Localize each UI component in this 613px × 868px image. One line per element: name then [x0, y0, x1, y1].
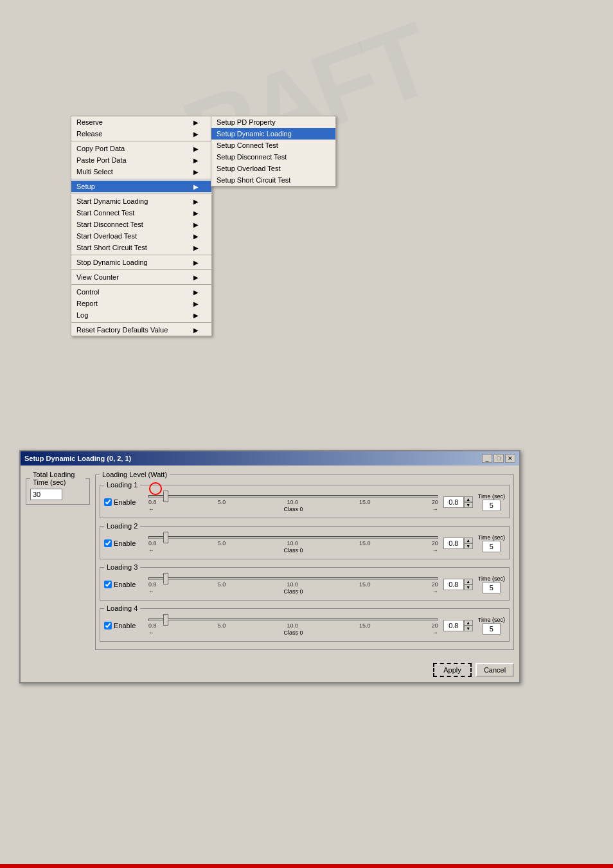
loading-2-time-input[interactable] — [483, 541, 501, 552]
loading-4-fieldset: Loading 4Enable0.85.010.015.020←Class 0→… — [100, 604, 510, 642]
loading-1-value-input[interactable] — [443, 496, 464, 508]
menu-item-start-short-circuit-test[interactable]: Start Short Circuit Test▶ — [71, 242, 211, 253]
loading-1-spinbox: ▲▼ — [443, 496, 473, 508]
loading-4-spinbox: ▲▼ — [443, 620, 473, 631]
slider-track — [148, 615, 438, 622]
loading-2-legend: Loading 2 — [104, 522, 140, 530]
total-time-input[interactable] — [30, 489, 62, 500]
menu-item-release[interactable]: Release▶ — [71, 128, 211, 140]
dialog-title: Setup Dynamic Loading (0, 2, 1) — [24, 455, 131, 462]
menu-item-report[interactable]: Report▶ — [71, 298, 211, 309]
left-arrow-icon: ← — [148, 506, 154, 512]
loading-2-enable-checkbox[interactable] — [104, 539, 112, 547]
loading-4-row: Enable0.85.010.015.020←Class 0→▲▼Time (s… — [104, 615, 505, 636]
right-arrow-icon: → — [432, 506, 438, 512]
arrow-icon: ▶ — [193, 157, 199, 164]
loading-1-row: Enable0.85.010.015.020←Class 0→▲▼Time (s… — [104, 491, 505, 512]
menu-item-paste-port-data[interactable]: Paste Port Data▶ — [71, 154, 211, 166]
menu-item-stop-dynamic-loading[interactable]: Stop Dynamic Loading▶ — [71, 257, 211, 268]
arrow-icon: ▶ — [193, 198, 199, 205]
menu-separator — [71, 179, 211, 179]
maximize-button[interactable]: □ — [493, 454, 504, 463]
arrow-icon: ▶ — [193, 183, 199, 190]
slider-track — [148, 532, 438, 540]
menu-item-control[interactable]: Control▶ — [71, 286, 211, 298]
minimize-button[interactable]: _ — [482, 454, 492, 463]
menu-item-start-overload-test[interactable]: Start Overload Test▶ — [71, 230, 211, 242]
submenu-item-setup-short-circuit-test[interactable]: Setup Short Circuit Test — [211, 174, 335, 186]
submenu-item-setup-overload-test[interactable]: Setup Overload Test — [211, 163, 335, 174]
arrow-icon: ▶ — [193, 233, 199, 240]
loading-3-slider[interactable] — [148, 577, 438, 580]
loading-4-slider[interactable] — [148, 619, 438, 621]
menu-item-start-disconnect-test[interactable]: Start Disconnect Test▶ — [71, 219, 211, 230]
menu-item-copy-port-data[interactable]: Copy Port Data▶ — [71, 143, 211, 154]
spin-up-button-2[interactable]: ▲ — [464, 538, 473, 543]
right-panel: Loading Level (Watt) Loading 1Enable0.85… — [95, 471, 514, 655]
loading-1-time-input[interactable] — [483, 500, 501, 511]
arrow-icon: ▶ — [193, 327, 199, 334]
apply-button[interactable]: Apply — [433, 663, 472, 677]
submenu-item-setup-disconnect-test[interactable]: Setup Disconnect Test — [211, 151, 335, 163]
spin-up-button-3[interactable]: ▲ — [464, 579, 473, 584]
loading-1-slider[interactable] — [148, 495, 438, 498]
menu-item-multi-select[interactable]: Multi Select▶ — [71, 166, 211, 177]
arrow-icon: ▶ — [193, 244, 199, 251]
arrow-icon: ▶ — [193, 131, 199, 138]
loading-4-enable-checkbox[interactable] — [104, 622, 112, 629]
loading-3-row: Enable0.85.010.015.020←Class 0→▲▼Time (s… — [104, 574, 505, 595]
slider-track — [148, 491, 438, 499]
menu-separator — [71, 255, 211, 255]
loading-1-legend: Loading 1 — [104, 481, 140, 489]
loading-1-enable-label: Enable — [104, 498, 146, 506]
spin-up-button-4[interactable]: ▲ — [464, 620, 473, 626]
submenu-item-setup-dynamic-loading[interactable]: Setup Dynamic Loading — [211, 128, 335, 140]
arrow-icon: ▶ — [193, 119, 199, 126]
loading-2-fieldset: Loading 2Enable0.85.010.015.020←Class 0→… — [100, 522, 510, 559]
menu-item-start-dynamic-loading[interactable]: Start Dynamic Loading▶ — [71, 195, 211, 207]
dialog-footer: Apply Cancel — [21, 660, 519, 682]
menu-item-setup[interactable]: Setup▶ — [71, 181, 211, 192]
menu-separator — [71, 194, 211, 194]
spin-down-button-1[interactable]: ▼ — [464, 502, 473, 508]
spin-down-button-4[interactable]: ▼ — [464, 626, 473, 631]
loading-3-legend: Loading 3 — [104, 563, 140, 571]
loading-level-fieldset: Loading Level (Watt) Loading 1Enable0.85… — [95, 471, 514, 650]
loading-2-slider[interactable] — [148, 536, 438, 539]
cancel-button[interactable]: Cancel — [475, 663, 514, 677]
loading-3-value-input[interactable] — [443, 579, 464, 590]
close-button[interactable]: ✕ — [505, 454, 515, 463]
loading-1-time-section: Time (sec) — [478, 493, 505, 511]
loading-4-legend: Loading 4 — [104, 604, 140, 612]
slider-track — [148, 574, 438, 581]
dialog-controls: _ □ ✕ — [482, 454, 515, 463]
menu-item-view-counter[interactable]: View Counter▶ — [71, 271, 211, 283]
spin-down-button-3[interactable]: ▼ — [464, 584, 473, 590]
menu-item-reserve[interactable]: Reserve▶ — [71, 116, 211, 128]
total-time-fieldset: Total Loading Time (sec) — [26, 471, 90, 505]
arrow-icon: ▶ — [193, 210, 199, 217]
loading-3-enable-checkbox[interactable] — [104, 581, 112, 588]
loading-4-value-input[interactable] — [443, 620, 464, 631]
arrow-icon: ▶ — [193, 312, 199, 319]
menu-separator — [71, 269, 211, 270]
menu-item-reset-factory-defaults-value[interactable]: Reset Factory Defaults Value▶ — [71, 324, 211, 336]
loading-3-fieldset: Loading 3Enable0.85.010.015.020←Class 0→… — [100, 563, 510, 601]
submenu-item-setup-connect-test[interactable]: Setup Connect Test — [211, 140, 335, 151]
loading-4-enable-label: Enable — [104, 622, 146, 629]
spin-down-button-2[interactable]: ▼ — [464, 543, 473, 549]
loading-2-value-input[interactable] — [443, 538, 464, 549]
submenu: Setup PD PropertySetup Dynamic LoadingSe… — [211, 116, 336, 186]
menu-item-start-connect-test[interactable]: Start Connect Test▶ — [71, 207, 211, 219]
loading-3-time-input[interactable] — [483, 582, 501, 593]
loading-3-time-section: Time (sec) — [478, 575, 505, 593]
loading-level-legend: Loading Level (Watt) — [100, 471, 170, 478]
bottom-bar — [0, 864, 613, 868]
loading-1-enable-checkbox[interactable] — [104, 498, 112, 506]
menu-item-log[interactable]: Log▶ — [71, 309, 211, 321]
submenu-item-setup-pd-property[interactable]: Setup PD Property — [211, 116, 335, 128]
spin-up-button-1[interactable]: ▲ — [464, 496, 473, 502]
loading-4-time-input[interactable] — [483, 623, 501, 635]
arrow-icon: ▶ — [193, 221, 199, 228]
menu-separator — [71, 322, 211, 323]
